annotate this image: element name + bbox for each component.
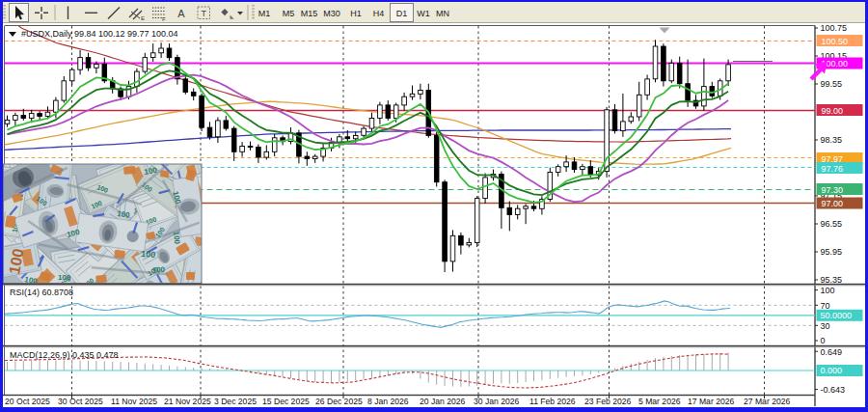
svg-text:-0.643: -0.643 (821, 385, 846, 395)
svg-text:50.0000: 50.0000 (821, 311, 853, 320)
svg-text:20 Jan 2026: 20 Jan 2026 (420, 397, 466, 406)
svg-text:97.00: 97.00 (822, 199, 844, 208)
svg-text:95.95: 95.95 (821, 247, 843, 257)
svg-text:21 Nov 2025: 21 Nov 2025 (164, 397, 211, 406)
svg-text:95.35: 95.35 (821, 275, 843, 285)
svg-text:23 Feb 2026: 23 Feb 2026 (584, 397, 631, 406)
svg-text:99.55: 99.55 (821, 79, 843, 89)
svg-text:T: T (202, 9, 207, 18)
svg-text:8 Jan 2026: 8 Jan 2026 (367, 397, 409, 406)
svg-text:F: F (162, 16, 166, 22)
svg-text:100.75: 100.75 (821, 23, 848, 33)
svg-text:M15: M15 (301, 9, 318, 18)
svg-text:17 Mar 2026: 17 Mar 2026 (688, 397, 734, 406)
svg-text:11 Nov 2025: 11 Nov 2025 (111, 397, 157, 406)
svg-text:M5: M5 (283, 9, 295, 18)
svg-text:W1: W1 (417, 9, 430, 18)
svg-text:3 Dec 2025: 3 Dec 2025 (214, 397, 257, 406)
svg-text:MN: MN (436, 9, 449, 18)
svg-text:D1: D1 (396, 9, 408, 18)
svg-text:#USDX,Daily 99.84 100.12 99.7: #USDX,Daily 99.84 100.12 99.77 100.04 (21, 29, 178, 39)
svg-text:MACD(12,26,9) 0.435 0.478: MACD(12,26,9) 0.435 0.478 (10, 350, 119, 360)
svg-text:15 Dec 2025: 15 Dec 2025 (262, 397, 310, 406)
svg-text:97.76: 97.76 (822, 164, 844, 174)
svg-text:RSI(14) 60.8708: RSI(14) 60.8708 (10, 288, 73, 297)
svg-text:100.50: 100.50 (822, 37, 849, 46)
svg-text:70: 70 (821, 301, 830, 311)
svg-text:20 Oct 2025: 20 Oct 2025 (5, 397, 50, 406)
svg-text:99.00: 99.00 (822, 106, 844, 116)
svg-text:E: E (141, 15, 145, 21)
svg-text:97.30: 97.30 (822, 185, 844, 195)
svg-text:30 Jan 2026: 30 Jan 2026 (474, 397, 520, 406)
svg-text:0.000: 0.000 (821, 366, 843, 375)
svg-text:M30: M30 (323, 9, 340, 18)
svg-text:M1: M1 (258, 9, 271, 18)
svg-text:5 Mar 2026: 5 Mar 2026 (638, 397, 681, 406)
svg-text:0.649: 0.649 (821, 347, 843, 357)
svg-text:30 Oct 2025: 30 Oct 2025 (58, 397, 103, 406)
svg-text:26 Dec 2025: 26 Dec 2025 (315, 397, 363, 406)
svg-text:A: A (177, 8, 185, 19)
svg-text:98.35: 98.35 (821, 135, 843, 145)
svg-text:11 Feb 2026: 11 Feb 2026 (529, 397, 576, 406)
svg-text:0: 0 (821, 336, 826, 345)
svg-text:H4: H4 (373, 9, 385, 18)
svg-text:100: 100 (821, 286, 835, 295)
svg-text:30: 30 (821, 321, 830, 331)
svg-text:H1: H1 (350, 9, 362, 18)
svg-text:96.55: 96.55 (821, 219, 843, 229)
svg-text:27 Mar 2026: 27 Mar 2026 (744, 397, 790, 406)
